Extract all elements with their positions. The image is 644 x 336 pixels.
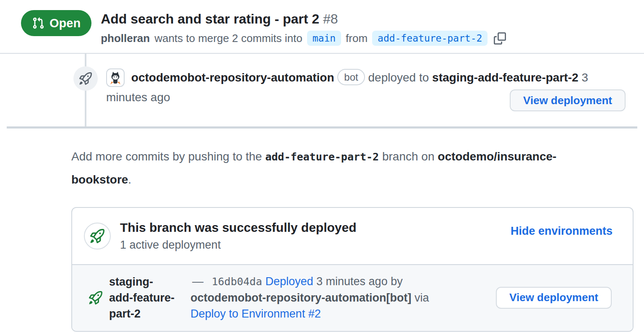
- deployment-via: via: [415, 291, 429, 304]
- view-deployment-button[interactable]: View deployment: [510, 89, 626, 111]
- push-note-suffix: .: [128, 173, 131, 186]
- copy-icon: [494, 32, 506, 45]
- git-pull-request-icon: [32, 17, 44, 29]
- hide-environments-link[interactable]: Hide environments: [511, 225, 613, 238]
- push-note-branch: add-feature-part-2: [265, 151, 379, 163]
- deploy-status-circle: [84, 223, 111, 249]
- rocket-icon: [89, 291, 102, 304]
- copy-branch-button[interactable]: [494, 32, 506, 45]
- event-action-text: deployed to: [368, 71, 429, 84]
- pr-status-label: Open: [50, 16, 81, 30]
- head-branch-label[interactable]: add-feature-part-2: [372, 31, 488, 46]
- pr-title-block: Add search and star rating - part 2 #8 p…: [101, 10, 506, 46]
- rocket-icon: [79, 72, 92, 85]
- deployment-actor: octodemobot-repository-automation[bot]: [190, 291, 411, 304]
- deploy-head-text: This branch was successfully deployed 1 …: [120, 220, 357, 252]
- deployment-dash: —: [192, 275, 203, 288]
- event-environment: staging-add-feature-part-2: [432, 71, 578, 84]
- base-branch-label[interactable]: main: [307, 31, 341, 46]
- rocket-icon: [90, 229, 104, 243]
- pr-subtitle: pholleran wants to merge 2 commits into …: [101, 31, 506, 46]
- pr-timeline: octodemobot-repository-automation bot de…: [0, 54, 644, 126]
- deploy-card-subtitle: 1 active deployment: [120, 239, 357, 252]
- deployment-commit-sha: 16db04da: [212, 276, 262, 288]
- deployment-card: This branch was successfully deployed 1 …: [71, 207, 634, 332]
- pr-number: #8: [323, 11, 338, 26]
- pr-title-line: Add search and star rating - part 2 #8: [101, 11, 506, 27]
- deployed-status-link[interactable]: Deployed: [265, 275, 313, 288]
- deployment-environment: staging- add-feature- part-2: [109, 274, 189, 322]
- bot-badge: bot: [337, 69, 365, 85]
- event-actor-link[interactable]: octodemobot-repository-automation: [131, 71, 334, 84]
- deployment-card-header: This branch was successfully deployed 1 …: [72, 208, 633, 264]
- deployment-row: staging- add-feature- part-2 — 16db04da …: [72, 264, 633, 331]
- deployment-workflow-link[interactable]: Deploy to Environment #2: [190, 307, 321, 320]
- deployment-time-by: 3 minutes ago by: [316, 275, 403, 288]
- pr-title: Add search and star rating - part 2: [101, 11, 319, 26]
- pr-merge-text: wants to merge 2 commits into: [154, 32, 302, 45]
- pr-author-link[interactable]: pholleran: [101, 32, 150, 45]
- push-note: Add more commits by pushing to the add-f…: [71, 145, 575, 191]
- timeline-event-badge: [73, 66, 98, 91]
- section-divider: [7, 126, 637, 129]
- push-note-prefix: Add more commits by pushing to the: [71, 150, 262, 163]
- pr-status-badge: Open: [21, 10, 91, 36]
- view-deployment-button[interactable]: View deployment: [496, 287, 612, 309]
- deployment-detail: — 16db04da Deployed 3 minutes ago by oct…: [190, 273, 462, 322]
- pr-header: Open Add search and star rating - part 2…: [0, 0, 644, 54]
- pr-from-text: from: [346, 32, 368, 45]
- bot-avatar[interactable]: [106, 68, 125, 87]
- deploy-card-title: This branch was successfully deployed: [120, 220, 357, 235]
- push-note-middle: branch on: [382, 150, 435, 163]
